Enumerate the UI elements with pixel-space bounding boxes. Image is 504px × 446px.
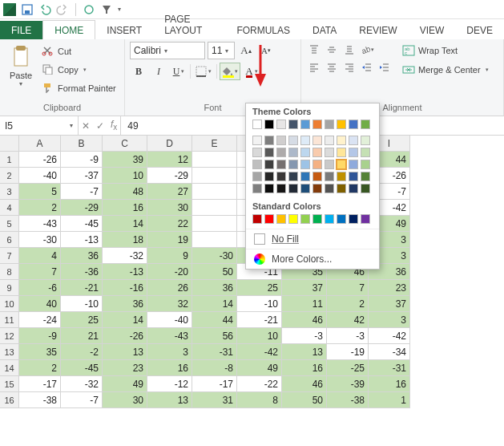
color-swatch[interactable] (288, 172, 298, 181)
column-header[interactable]: D (147, 136, 192, 152)
row-header[interactable]: 4 (0, 200, 19, 216)
tab-developer[interactable]: DEVE (455, 21, 504, 39)
row-header[interactable]: 9 (0, 280, 19, 296)
color-swatch[interactable] (300, 214, 310, 224)
tab-file[interactable]: FILE (0, 21, 42, 39)
more-colors-item[interactable]: More Colors... (246, 249, 379, 269)
color-swatch[interactable] (361, 120, 370, 129)
color-swatch[interactable] (264, 184, 274, 193)
cancel-icon[interactable]: ✕ (82, 120, 90, 132)
increase-font-icon[interactable]: A▴ (237, 42, 255, 59)
color-swatch[interactable] (325, 214, 334, 224)
cell[interactable]: -26 (19, 152, 61, 168)
row-header[interactable]: 14 (0, 360, 19, 376)
cell[interactable]: 3 (147, 344, 192, 360)
cell[interactable]: -39 (327, 376, 369, 392)
cell[interactable]: -36 (61, 264, 103, 280)
cell[interactable]: -16 (103, 280, 147, 296)
color-swatch[interactable] (337, 148, 346, 157)
color-swatch[interactable] (276, 214, 286, 224)
cell[interactable]: 30 (103, 392, 147, 408)
cell[interactable]: 36 (103, 296, 147, 312)
tab-view[interactable]: VIEW (409, 21, 456, 39)
cell[interactable]: 35 (19, 344, 61, 360)
cell[interactable]: -7 (61, 184, 103, 200)
color-swatch[interactable] (276, 136, 286, 145)
cell[interactable]: -2 (61, 344, 103, 360)
cell[interactable]: -40 (19, 168, 61, 184)
cell[interactable]: -12 (147, 376, 192, 392)
cell[interactable]: 16 (369, 376, 410, 392)
color-swatch[interactable] (325, 172, 334, 181)
color-swatch[interactable] (349, 172, 358, 181)
cell[interactable]: -26 (103, 328, 147, 344)
cell[interactable]: 56 (192, 328, 237, 344)
tab-insert[interactable]: INSERT (95, 21, 153, 39)
cell[interactable] (192, 216, 237, 232)
color-swatch[interactable] (337, 160, 346, 169)
row-header[interactable]: 16 (0, 392, 19, 408)
color-swatch[interactable] (288, 148, 298, 157)
font-color-button[interactable]: A (243, 63, 260, 80)
color-swatch[interactable] (300, 184, 310, 193)
align-bottom-icon[interactable] (341, 42, 357, 58)
color-swatch[interactable] (349, 184, 358, 193)
color-swatch[interactable] (264, 120, 274, 129)
cell[interactable]: 13 (103, 344, 147, 360)
cell[interactable]: -38 (19, 392, 61, 408)
cell[interactable]: -22 (237, 376, 282, 392)
row-header[interactable]: 5 (0, 216, 19, 232)
color-swatch[interactable] (325, 136, 334, 145)
color-swatch[interactable] (361, 160, 370, 169)
cell[interactable]: -21 (61, 280, 103, 296)
filter-icon[interactable] (100, 3, 113, 16)
undo-icon[interactable] (38, 3, 51, 16)
color-swatch[interactable] (312, 214, 322, 224)
cell[interactable] (192, 232, 237, 248)
orientation-icon[interactable]: ab▾ (359, 42, 375, 58)
color-swatch[interactable] (264, 160, 274, 169)
cell[interactable]: 40 (19, 296, 61, 312)
column-header[interactable]: B (61, 136, 103, 152)
cell[interactable]: 8 (237, 392, 282, 408)
cell[interactable]: -7 (61, 392, 103, 408)
cell[interactable]: -13 (103, 264, 147, 280)
no-fill-item[interactable]: No Fill (246, 229, 379, 249)
color-swatch[interactable] (361, 172, 370, 181)
tab-data[interactable]: DATA (301, 21, 348, 39)
name-box[interactable]: I5▾ (0, 116, 79, 135)
cell[interactable]: 49 (103, 376, 147, 392)
cell[interactable]: 50 (192, 264, 237, 280)
cell[interactable]: 1 (369, 392, 410, 408)
cell[interactable]: 22 (147, 216, 192, 232)
cell[interactable]: 50 (282, 392, 327, 408)
cell[interactable]: 27 (147, 184, 192, 200)
cell[interactable]: 48 (103, 184, 147, 200)
row-header[interactable]: 10 (0, 296, 19, 312)
cell[interactable]: 46 (282, 312, 327, 328)
color-swatch[interactable] (312, 160, 322, 169)
copy-button[interactable]: Copy▾ (42, 62, 116, 78)
cell[interactable]: -17 (19, 376, 61, 392)
cell[interactable]: 23 (369, 280, 410, 296)
color-swatch[interactable] (288, 214, 298, 224)
cell[interactable]: 14 (192, 296, 237, 312)
row-header[interactable]: 7 (0, 248, 19, 264)
cell[interactable]: 37 (282, 280, 327, 296)
cell[interactable]: -31 (369, 360, 410, 376)
align-right-icon[interactable] (341, 59, 357, 75)
cell[interactable]: 36 (61, 248, 103, 264)
color-swatch[interactable] (300, 136, 310, 145)
color-swatch[interactable] (300, 120, 310, 129)
color-swatch[interactable] (300, 160, 310, 169)
row-header[interactable]: 3 (0, 184, 19, 200)
color-swatch[interactable] (349, 148, 358, 157)
cell[interactable]: -32 (61, 376, 103, 392)
color-swatch[interactable] (337, 120, 346, 129)
cell[interactable]: -29 (61, 200, 103, 216)
align-middle-icon[interactable] (324, 42, 340, 58)
cell[interactable]: 37 (369, 296, 410, 312)
row-header[interactable]: 15 (0, 376, 19, 392)
cell[interactable]: 31 (192, 392, 237, 408)
cell[interactable] (192, 184, 237, 200)
